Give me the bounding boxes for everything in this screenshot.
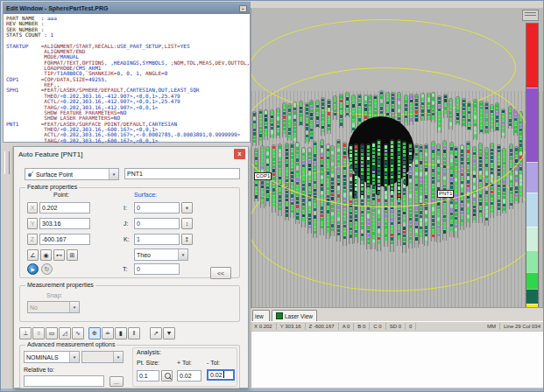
chevron-down-icon: ▾ — [113, 352, 123, 362]
collapse-dialog-button[interactable]: << — [210, 267, 231, 279]
edit-window-body[interactable]: PART NAME : aaaREV NUMBER : SER NUMBER :… — [4, 14, 250, 144]
pt-size-label: Pt. Size: — [137, 360, 159, 366]
text-caret — [223, 371, 224, 378]
crosshair-target-icon[interactable]: ⊕ — [88, 327, 101, 340]
point-label: Point: — [53, 192, 69, 198]
point-offset-icon[interactable]: ⊷ — [53, 249, 65, 261]
y-lock-button[interactable]: Y — [27, 218, 38, 229]
status-cell: X 0.202 — [251, 323, 277, 330]
status-cell: Z -600.167 — [306, 323, 339, 330]
x-coordinate-field[interactable]: 0.202 — [39, 202, 90, 214]
workplane-icon[interactable]: ∠ — [27, 249, 39, 261]
colorbar-segment — [526, 272, 538, 289]
status-cell: SD 0 — [386, 323, 406, 330]
probe-gun-icon[interactable]: ⌖ — [181, 202, 193, 214]
close-icon[interactable]: x — [234, 149, 245, 159]
regenerate-button[interactable]: ↻ — [41, 263, 53, 275]
x-lock-button[interactable]: X — [27, 202, 38, 214]
chevron-down-icon[interactable]: ▾ — [69, 352, 79, 362]
relative-to-field[interactable] — [24, 375, 104, 387]
colorbar-segment — [526, 88, 538, 162]
box-path-icon[interactable]: ▭ — [46, 327, 58, 340]
theo-mode-combobox[interactable]: Theo ▾ — [134, 248, 188, 261]
surface-label[interactable]: Surface: — [134, 192, 157, 198]
snap-combobox[interactable]: No ▾ — [27, 301, 80, 313]
feature-name-field[interactable]: PNT1 — [124, 168, 240, 179]
dialog-title: Auto Feature [PNT1] — [18, 150, 82, 158]
dock-grip[interactable] — [4, 151, 10, 174]
graphics-view[interactable]: COP1 PNT1 — [251, 8, 544, 307]
status-cell: Line 29 Col 034 — [500, 323, 544, 330]
filter-icon[interactable]: ▼ — [163, 327, 175, 340]
z-lock-button[interactable]: Z — [27, 234, 38, 245]
colorbar-segment — [526, 192, 538, 227]
snap-label: Snap: — [46, 292, 62, 298]
feature-type-combobox[interactable]: Surface Point ▾ — [25, 168, 119, 180]
colorbar-segment — [526, 289, 538, 304]
colorbar-header — [522, 10, 539, 21]
secondary-combobox[interactable]: ▾ — [81, 351, 124, 363]
grid-snap-icon[interactable]: ⊞ — [67, 249, 78, 261]
report-pane — [251, 331, 544, 388]
tab-live-view[interactable]: iew — [252, 310, 270, 321]
chevron-down-icon[interactable]: ▾ — [109, 169, 118, 179]
z-coordinate-field[interactable]: -600.167 — [39, 234, 90, 245]
y-coordinate-field[interactable]: 303.16 — [39, 218, 90, 229]
chevron-down-icon: ▾ — [69, 302, 79, 312]
relative-to-label: Relative to: — [24, 367, 54, 373]
deviation-colorbar — [526, 23, 539, 339]
j-vector-field[interactable]: 0 — [134, 218, 180, 229]
cop-feature-label[interactable]: COP1 — [254, 172, 272, 180]
colorbar-segment — [526, 227, 538, 250]
k-label: K: — [124, 236, 130, 242]
magnifier-icon[interactable] — [161, 370, 173, 382]
analysis-group: Analysis: Pt. Size: + Tol: - Tol: 0.1 0.… — [132, 347, 237, 387]
status-cell: C 0 — [370, 323, 385, 330]
window-bottom-edge — [1, 388, 544, 392]
minus-tol-label: - Tol: — [207, 360, 220, 366]
pt-size-field[interactable]: 0.1 — [137, 370, 159, 382]
test-feature-button[interactable]: ▶ — [27, 263, 39, 275]
advanced-options-group: Advanced measurement options NOMINALS ▾ … — [19, 345, 240, 388]
status-bar: X 0.202Y 303.16Z -600.167A 0B 0C 0SD 00M… — [251, 321, 544, 331]
code-line: TARG/<0.202,303.16,-600.167>,<0,0,1> — [6, 138, 250, 144]
analysis-label: Analysis: — [137, 349, 161, 355]
pnt-feature-label[interactable]: PNT1 — [437, 190, 454, 198]
browse-button[interactable]: ... — [110, 376, 124, 387]
probe-drop-icon[interactable]: ⊥ — [19, 327, 32, 340]
level-plane-icon[interactable]: ≐ — [102, 327, 114, 340]
feature-properties-group: Feature properties Point: X 0.202 Y 303.… — [19, 187, 240, 278]
path-preview-icon[interactable]: ↗ — [150, 327, 162, 340]
find-nominals-icon[interactable]: ◉ — [40, 249, 52, 261]
auto-feature-dialog: Auto Feature [PNT1] x Surface Point ▾ PN… — [13, 146, 249, 388]
colorbar-segment — [526, 24, 538, 88]
plus-tol-field[interactable]: 0.02 — [177, 370, 201, 382]
scan-lines-icon[interactable]: ‖ — [128, 327, 140, 340]
edit-window-titlebar: Edit Window - SpherePartTest.PRG ▪ — [4, 3, 250, 14]
status-cell: A 0 — [339, 323, 355, 330]
nominals-mode-combobox[interactable]: NOMINALS ▾ — [24, 351, 80, 363]
k-vector-field[interactable]: 1 — [134, 234, 180, 245]
application-window: Edit Window - SpherePartTest.PRG ▪ PART … — [0, 0, 544, 392]
edit-window-title: Edit Window - SpherePartTest.PRG — [6, 5, 108, 11]
status-cell: Y 303.16 — [277, 323, 306, 330]
corner-path-icon[interactable]: ◿ — [59, 327, 71, 340]
laser-view-icon — [276, 312, 283, 319]
tab-laser-view[interactable]: Laser View — [272, 310, 317, 321]
scan-wave-icon[interactable]: ∿ — [72, 327, 84, 340]
i-vector-field[interactable]: 0 — [134, 202, 180, 214]
vector-flip-icon[interactable]: ↥ — [181, 234, 193, 245]
pixel-block-icon[interactable]: ▮ — [115, 327, 127, 340]
t-value-field[interactable]: 0 — [134, 263, 180, 275]
colorbar-segment — [526, 162, 538, 192]
j-label: J: — [124, 220, 128, 227]
minus-tol-field[interactable]: 0.02 — [207, 369, 235, 381]
chevron-down-icon[interactable]: ▾ — [178, 249, 187, 260]
vector-updown-icon[interactable]: ↕ — [181, 218, 193, 229]
scan-circle-middle — [251, 67, 529, 207]
measurement-properties-group: Measurement properties Snap: No ▾ — [19, 285, 240, 322]
titlebar-button[interactable]: ▪ — [239, 5, 247, 12]
surface-point-icon — [27, 171, 34, 178]
circle-path-icon[interactable]: ○ — [32, 327, 45, 340]
status-cell: 0 — [406, 323, 416, 330]
